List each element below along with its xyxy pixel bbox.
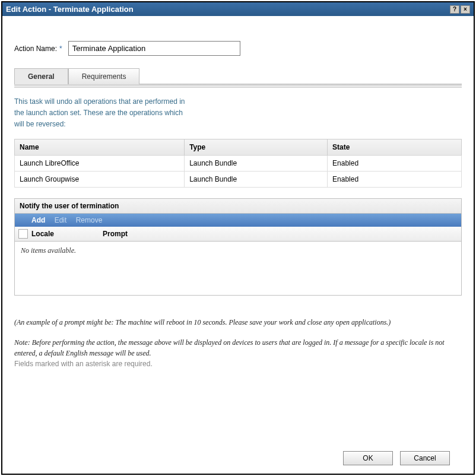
dialog: Edit Action - Terminate Application ? × … [1, 1, 475, 475]
task-description: This task will undo all operations that … [14, 96, 462, 131]
note-text: Note: Before performing the action, the … [14, 337, 462, 358]
titlebar: Edit Action - Terminate Application ? × [2, 2, 474, 16]
window-title: Edit Action - Terminate Application [6, 5, 134, 14]
action-name-row: Action Name: * [14, 41, 462, 56]
cell-name: Launch LibreOffice [15, 155, 185, 171]
col-prompt: Prompt [103, 230, 128, 238]
add-button[interactable]: Add [31, 216, 45, 224]
tab-underline [14, 84, 462, 88]
edit-button[interactable]: Edit [55, 216, 67, 224]
close-icon[interactable]: × [461, 5, 470, 14]
notify-title: Notify the user of termination [15, 199, 461, 214]
operations-table: Name Type State Launch LibreOffice Launc… [14, 139, 462, 188]
select-all-checkbox[interactable] [18, 229, 28, 239]
col-state: State [328, 139, 462, 155]
tabs: General Requirements [14, 68, 462, 84]
example-text: (An example of a prompt might be: The ma… [14, 317, 462, 328]
cell-state: Enabled [328, 171, 462, 187]
cell-type: Launch Bundle [185, 171, 328, 187]
action-name-label: Action Name: [14, 45, 57, 53]
cell-name: Launch Groupwise [15, 171, 185, 187]
ok-button[interactable]: OK [343, 451, 393, 465]
required-hint: Fields marked with an asterisk are requi… [14, 360, 462, 368]
cell-state: Enabled [328, 155, 462, 171]
cell-type: Launch Bundle [185, 155, 328, 171]
notify-box: Notify the user of termination Add Edit … [14, 198, 462, 296]
col-type: Type [185, 139, 328, 155]
tab-requirements[interactable]: Requirements [68, 68, 140, 84]
table-row[interactable]: Launch Groupwise Launch Bundle Enabled [15, 171, 462, 187]
required-asterisk: * [59, 45, 62, 53]
dialog-footer: OK Cancel [14, 444, 462, 474]
help-icon[interactable]: ? [450, 5, 459, 14]
titlebar-controls: ? × [450, 5, 470, 14]
col-locale: Locale [31, 230, 103, 238]
table-header-row: Name Type State [15, 139, 462, 155]
table-row[interactable]: Launch LibreOffice Launch Bundle Enabled [15, 155, 462, 171]
action-name-input[interactable] [68, 41, 240, 56]
tab-general[interactable]: General [14, 68, 68, 84]
cancel-button[interactable]: Cancel [400, 451, 450, 465]
notify-columns: Locale Prompt [15, 227, 461, 242]
dialog-content: Action Name: * General Requirements This… [2, 16, 474, 474]
notify-empty: No items available. [15, 242, 461, 295]
remove-button[interactable]: Remove [76, 216, 103, 224]
notify-toolbar: Add Edit Remove [15, 214, 461, 227]
col-name: Name [15, 139, 185, 155]
